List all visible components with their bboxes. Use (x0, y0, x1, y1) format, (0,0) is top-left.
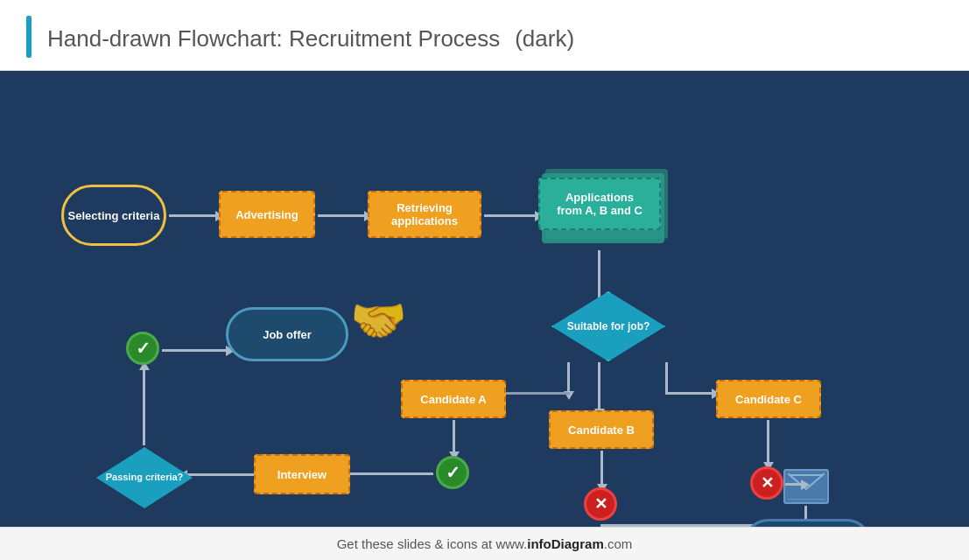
arrow-suit-candC-h (665, 392, 713, 395)
page-title: Hand-drawn Flowchart: Recruitment Proces… (47, 21, 574, 53)
arrow-interview-passing (186, 473, 254, 476)
job-offer-label: Job offer (263, 328, 312, 341)
header-accent (26, 16, 32, 58)
advertising-node: Advertising (219, 191, 315, 238)
x-icon-b: ✕ (584, 487, 617, 521)
passing-node: Passing criteria? (96, 447, 193, 508)
main-canvas: Selecting criteria Advertising Retrievin… (0, 71, 969, 527)
footer-text: Get these slides & icons at www. (337, 536, 528, 551)
x-icon-c: ✕ (750, 466, 783, 500)
arrow-candB-x (600, 451, 603, 486)
selecting-label: Selecting criteria (68, 209, 160, 222)
footer: Get these slides & icons at www.infoDiag… (0, 527, 969, 560)
arrow-ret-app (484, 214, 537, 217)
thank-you-node: „Thank you" email (744, 519, 871, 527)
arrow-suit-candA (567, 362, 570, 393)
arrow-suit-candC-v (665, 362, 668, 393)
stack-front: Applications from A, B and C (538, 178, 661, 230)
candidate-a-node: Candidate A (401, 380, 506, 418)
handshake-icon: 🤝 (350, 294, 407, 347)
arrow-passing-up (143, 368, 145, 445)
suitable-node: Suitable for job? (551, 291, 665, 361)
subtitle-text: (dark) (515, 25, 574, 52)
retrieving-node: Retrieving applications (368, 191, 481, 238)
arrow-suit-candB (598, 362, 600, 410)
page-wrapper: Hand-drawn Flowchart: Recruitment Proces… (0, 0, 969, 560)
check-icon-passing: ✓ (126, 332, 159, 365)
header: Hand-drawn Flowchart: Recruitment Proces… (0, 0, 969, 71)
applications-node: Applications from A, B and C (538, 178, 661, 248)
arrow-sel-adv (169, 214, 217, 217)
candidate-b-node: Candidate B (549, 410, 654, 449)
arrow-xc-email (785, 483, 803, 486)
title-text: Hand-drawn Flowchart: Recruitment Proces… (47, 25, 500, 52)
footer-text2: .com (604, 536, 633, 551)
advertising-label: Advertising (235, 208, 298, 221)
check-icon-a: ✓ (436, 456, 469, 489)
interview-label: Interview (277, 468, 327, 481)
candidateA-label: Candidate A (420, 393, 486, 406)
candidate-c-node: Candidate C (716, 380, 821, 418)
job-offer-node: Job offer (226, 307, 348, 361)
arrow-candC-x (767, 420, 769, 464)
footer-brand: infoDiagram (527, 536, 604, 551)
candidateB-label: Candidate B (568, 424, 635, 437)
applications-label: Applications from A, B and C (552, 191, 647, 217)
retrieving-label: Retrieving applications (369, 201, 480, 228)
arrow-candA-check (453, 420, 455, 453)
arrow-adv-ret (318, 214, 366, 217)
interview-node: Interview (254, 454, 350, 494)
arrow-check-joboffer (162, 349, 228, 352)
selecting-criteria-node: Selecting criteria (61, 185, 166, 246)
candidateC-label: Candidate C (735, 393, 802, 406)
